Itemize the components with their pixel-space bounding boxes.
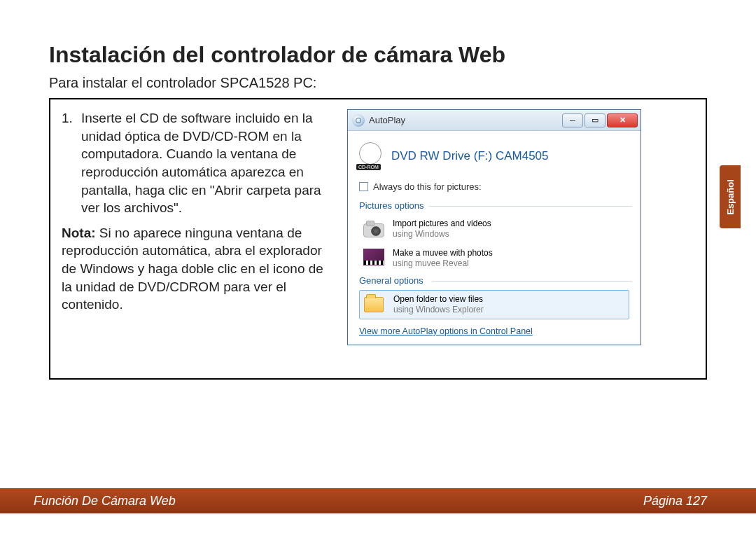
film-icon xyxy=(363,249,386,268)
footer-section: Función De Cámara Web xyxy=(34,494,176,508)
general-options-header: General options xyxy=(359,275,632,286)
close-button[interactable]: ✕ xyxy=(607,113,638,127)
language-tab[interactable]: Español xyxy=(720,165,741,228)
pictures-options-header: Pictures options xyxy=(359,200,632,211)
step-1: 1. Inserte el CD de software inclu­ido e… xyxy=(62,109,335,217)
option-subtitle: using Windows Explorer xyxy=(393,305,484,315)
minimize-button[interactable]: ─ xyxy=(562,113,583,127)
option-open-folder[interactable]: Open folder to view files using Windows … xyxy=(359,290,629,319)
titlebar: AutoPlay ─ ▭ ✕ xyxy=(348,110,640,131)
window-title: AutoPlay xyxy=(369,115,558,125)
always-do-this-row[interactable]: Always do this for pictures: xyxy=(359,181,632,192)
note-text: Si no aparece ninguna ven­tana de reprod… xyxy=(62,226,323,312)
option-subtitle: using Windows xyxy=(393,229,491,240)
autoplay-window: AutoPlay ─ ▭ ✕ CD-ROM DVD RW Drive (F:) … xyxy=(347,109,641,345)
camera-icon xyxy=(363,219,386,239)
view-more-link[interactable]: View more AutoPlay options in Control Pa… xyxy=(359,326,629,336)
screenshot-column: AutoPlay ─ ▭ ✕ CD-ROM DVD RW Drive (F:) … xyxy=(347,109,694,368)
option-make-muvee[interactable]: Make a muvee with photos using muvee Rev… xyxy=(359,244,629,272)
option-import-pictures[interactable]: Import pictures and videos using Windows xyxy=(359,215,629,243)
option-title: Make a muvee with photos xyxy=(393,248,493,258)
drive-label: DVD RW Drive (F:) CAM4505 xyxy=(391,149,549,163)
language-tab-label: Español xyxy=(725,179,736,215)
autoplay-body: CD-ROM DVD RW Drive (F:) CAM4505 Always … xyxy=(348,131,640,345)
cdrom-icon: CD-ROM xyxy=(356,142,384,170)
page-footer: Función De Cámara Web Página 127 xyxy=(0,488,756,513)
note-label: Nota: xyxy=(62,226,96,240)
footer-page: Página 127 xyxy=(643,494,707,508)
content-box: 1. Inserte el CD de software inclu­ido e… xyxy=(49,98,707,380)
always-do-this-label: Always do this for pictures: xyxy=(373,181,482,192)
option-title: Import pictures and videos xyxy=(393,219,491,229)
cdrom-label: CD-ROM xyxy=(356,164,381,170)
drive-row: CD-ROM DVD RW Drive (F:) CAM4505 xyxy=(356,142,632,170)
step-number: 1. xyxy=(62,109,81,217)
autoplay-icon xyxy=(352,114,365,127)
step-text: Inserte el CD de software inclu­ido en l… xyxy=(81,109,335,217)
window-controls: ─ ▭ ✕ xyxy=(562,113,638,127)
option-subtitle: using muvee Reveal xyxy=(393,258,493,269)
maximize-button[interactable]: ▭ xyxy=(584,113,606,127)
checkbox-icon[interactable] xyxy=(359,182,368,191)
page-subtitle: Para instalar el controlador SPCA1528 PC… xyxy=(49,75,707,91)
note-block: Nota: Si no aparece ninguna ven­tana de … xyxy=(62,224,335,314)
option-title: Open folder to view files xyxy=(393,294,484,305)
instructions-column: 1. Inserte el CD de software inclu­ido e… xyxy=(62,109,335,368)
page-title: Instalación del controlador de cámara We… xyxy=(49,42,707,68)
folder-icon xyxy=(364,295,386,314)
